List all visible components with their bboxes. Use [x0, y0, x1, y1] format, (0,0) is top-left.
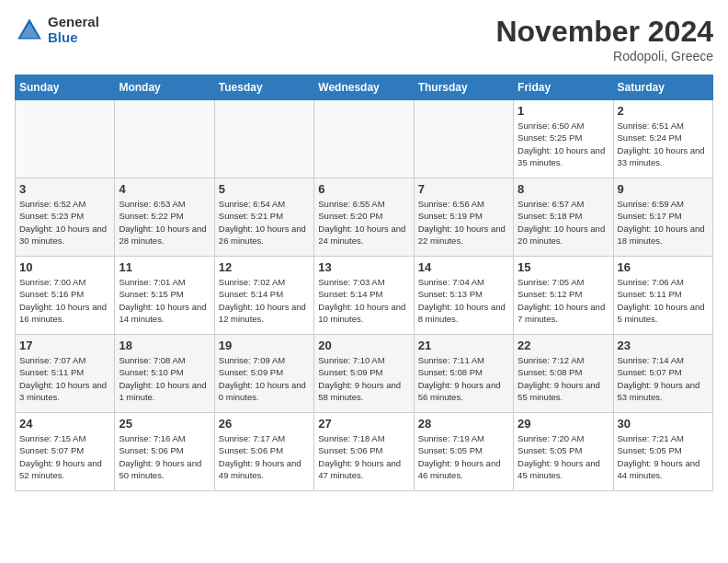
- day-cell: 9Sunrise: 6:59 AM Sunset: 5:17 PM Daylig…: [613, 178, 712, 257]
- day-number: 7: [418, 182, 509, 196]
- day-cell: 8Sunrise: 6:57 AM Sunset: 5:18 PM Daylig…: [514, 178, 613, 257]
- day-cell: 16Sunrise: 7:06 AM Sunset: 5:11 PM Dayli…: [613, 257, 712, 335]
- day-number: 19: [219, 339, 310, 352]
- week-row-1: 1Sunrise: 6:50 AM Sunset: 5:25 PM Daylig…: [16, 100, 713, 178]
- day-cell: 22Sunrise: 7:12 AM Sunset: 5:08 PM Dayli…: [514, 335, 613, 413]
- header-row: Sunday Monday Tuesday Wednesday Thursday…: [16, 75, 713, 100]
- day-cell: 4Sunrise: 6:53 AM Sunset: 5:22 PM Daylig…: [115, 178, 214, 257]
- day-info: Sunrise: 7:12 AM Sunset: 5:08 PM Dayligh…: [518, 354, 609, 403]
- day-info: Sunrise: 7:15 AM Sunset: 5:07 PM Dayligh…: [19, 432, 110, 481]
- col-saturday: Saturday: [613, 75, 712, 100]
- day-cell: 27Sunrise: 7:18 AM Sunset: 5:06 PM Dayli…: [314, 413, 414, 491]
- day-cell: 26Sunrise: 7:17 AM Sunset: 5:06 PM Dayli…: [214, 413, 313, 491]
- day-number: 11: [119, 260, 210, 274]
- day-info: Sunrise: 7:18 AM Sunset: 5:06 PM Dayligh…: [318, 432, 409, 481]
- day-info: Sunrise: 6:55 AM Sunset: 5:20 PM Dayligh…: [318, 198, 409, 247]
- day-cell: 20Sunrise: 7:10 AM Sunset: 5:09 PM Dayli…: [314, 335, 414, 413]
- day-info: Sunrise: 6:57 AM Sunset: 5:18 PM Dayligh…: [518, 198, 609, 247]
- day-number: 28: [418, 417, 509, 431]
- day-info: Sunrise: 7:16 AM Sunset: 5:06 PM Dayligh…: [119, 432, 210, 481]
- day-info: Sunrise: 7:08 AM Sunset: 5:10 PM Dayligh…: [119, 354, 210, 403]
- day-info: Sunrise: 7:14 AM Sunset: 5:07 PM Dayligh…: [618, 354, 709, 403]
- day-number: 24: [19, 417, 110, 431]
- day-number: 4: [119, 182, 210, 196]
- day-number: 2: [618, 104, 709, 118]
- day-info: Sunrise: 6:51 AM Sunset: 5:24 PM Dayligh…: [618, 120, 709, 168]
- day-info: Sunrise: 7:02 AM Sunset: 5:14 PM Dayligh…: [219, 276, 310, 325]
- col-monday: Monday: [115, 75, 214, 100]
- day-number: 13: [318, 260, 409, 274]
- day-cell: 19Sunrise: 7:09 AM Sunset: 5:09 PM Dayli…: [214, 335, 313, 413]
- col-sunday: Sunday: [16, 75, 115, 100]
- day-number: 1: [518, 104, 609, 118]
- day-info: Sunrise: 7:07 AM Sunset: 5:11 PM Dayligh…: [19, 354, 110, 403]
- week-row-2: 3Sunrise: 6:52 AM Sunset: 5:23 PM Daylig…: [16, 178, 713, 257]
- day-cell: [314, 100, 414, 178]
- day-cell: 17Sunrise: 7:07 AM Sunset: 5:11 PM Dayli…: [16, 335, 115, 413]
- day-number: 23: [618, 339, 709, 352]
- day-cell: 21Sunrise: 7:11 AM Sunset: 5:08 PM Dayli…: [414, 335, 513, 413]
- day-number: 20: [318, 339, 409, 352]
- day-cell: 3Sunrise: 6:52 AM Sunset: 5:23 PM Daylig…: [16, 178, 115, 257]
- day-info: Sunrise: 6:53 AM Sunset: 5:22 PM Dayligh…: [119, 198, 210, 247]
- day-number: 21: [418, 339, 509, 352]
- day-cell: 12Sunrise: 7:02 AM Sunset: 5:14 PM Dayli…: [214, 257, 313, 335]
- day-number: 22: [518, 339, 609, 352]
- day-cell: 2Sunrise: 6:51 AM Sunset: 5:24 PM Daylig…: [613, 100, 712, 178]
- day-cell: 10Sunrise: 7:00 AM Sunset: 5:16 PM Dayli…: [16, 257, 115, 335]
- day-info: Sunrise: 7:20 AM Sunset: 5:05 PM Dayligh…: [518, 432, 609, 481]
- week-row-5: 24Sunrise: 7:15 AM Sunset: 5:07 PM Dayli…: [16, 413, 713, 491]
- logo-blue: Blue: [48, 30, 99, 46]
- day-number: 15: [518, 260, 609, 274]
- day-cell: [115, 100, 214, 178]
- day-cell: 1Sunrise: 6:50 AM Sunset: 5:25 PM Daylig…: [514, 100, 613, 178]
- day-cell: 18Sunrise: 7:08 AM Sunset: 5:10 PM Dayli…: [115, 335, 214, 413]
- day-number: 18: [119, 339, 210, 352]
- day-number: 9: [618, 182, 709, 196]
- day-info: Sunrise: 6:59 AM Sunset: 5:17 PM Dayligh…: [618, 198, 709, 247]
- day-number: 16: [618, 260, 709, 274]
- day-number: 30: [618, 417, 709, 431]
- month-title: November 2024: [495, 15, 713, 49]
- day-cell: 13Sunrise: 7:03 AM Sunset: 5:14 PM Dayli…: [314, 257, 414, 335]
- day-number: 5: [219, 182, 310, 196]
- day-cell: 15Sunrise: 7:05 AM Sunset: 5:12 PM Dayli…: [514, 257, 613, 335]
- day-info: Sunrise: 6:56 AM Sunset: 5:19 PM Dayligh…: [418, 198, 509, 247]
- col-wednesday: Wednesday: [314, 75, 414, 100]
- page-header: General Blue November 2024 Rodopoli, Gre…: [15, 15, 713, 63]
- day-number: 25: [119, 417, 210, 431]
- col-tuesday: Tuesday: [214, 75, 313, 100]
- day-number: 3: [19, 182, 110, 196]
- logo: General Blue: [15, 15, 99, 45]
- location: Rodopoli, Greece: [495, 49, 713, 63]
- day-info: Sunrise: 7:01 AM Sunset: 5:15 PM Dayligh…: [119, 276, 210, 325]
- day-cell: 5Sunrise: 6:54 AM Sunset: 5:21 PM Daylig…: [214, 178, 313, 257]
- day-number: 10: [19, 260, 110, 274]
- day-info: Sunrise: 7:06 AM Sunset: 5:11 PM Dayligh…: [618, 276, 709, 325]
- day-info: Sunrise: 7:11 AM Sunset: 5:08 PM Dayligh…: [418, 354, 509, 403]
- day-info: Sunrise: 7:03 AM Sunset: 5:14 PM Dayligh…: [318, 276, 409, 325]
- day-info: Sunrise: 7:21 AM Sunset: 5:05 PM Dayligh…: [618, 432, 709, 481]
- week-row-4: 17Sunrise: 7:07 AM Sunset: 5:11 PM Dayli…: [16, 335, 713, 413]
- day-cell: 11Sunrise: 7:01 AM Sunset: 5:15 PM Dayli…: [115, 257, 214, 335]
- day-cell: 25Sunrise: 7:16 AM Sunset: 5:06 PM Dayli…: [115, 413, 214, 491]
- day-cell: [414, 100, 513, 178]
- day-number: 14: [418, 260, 509, 274]
- day-info: Sunrise: 7:04 AM Sunset: 5:13 PM Dayligh…: [418, 276, 509, 325]
- col-thursday: Thursday: [414, 75, 513, 100]
- day-cell: 23Sunrise: 7:14 AM Sunset: 5:07 PM Dayli…: [613, 335, 712, 413]
- day-number: 29: [518, 417, 609, 431]
- day-number: 8: [518, 182, 609, 196]
- day-cell: [214, 100, 313, 178]
- day-info: Sunrise: 6:52 AM Sunset: 5:23 PM Dayligh…: [19, 198, 110, 247]
- logo-icon: [15, 16, 44, 45]
- day-info: Sunrise: 7:09 AM Sunset: 5:09 PM Dayligh…: [219, 354, 310, 403]
- day-number: 26: [219, 417, 310, 431]
- day-cell: 14Sunrise: 7:04 AM Sunset: 5:13 PM Dayli…: [414, 257, 513, 335]
- day-cell: 28Sunrise: 7:19 AM Sunset: 5:05 PM Dayli…: [414, 413, 513, 491]
- day-info: Sunrise: 7:05 AM Sunset: 5:12 PM Dayligh…: [518, 276, 609, 325]
- day-number: 17: [19, 339, 110, 352]
- title-block: November 2024 Rodopoli, Greece: [495, 15, 713, 63]
- col-friday: Friday: [514, 75, 613, 100]
- logo-text: General Blue: [48, 15, 99, 45]
